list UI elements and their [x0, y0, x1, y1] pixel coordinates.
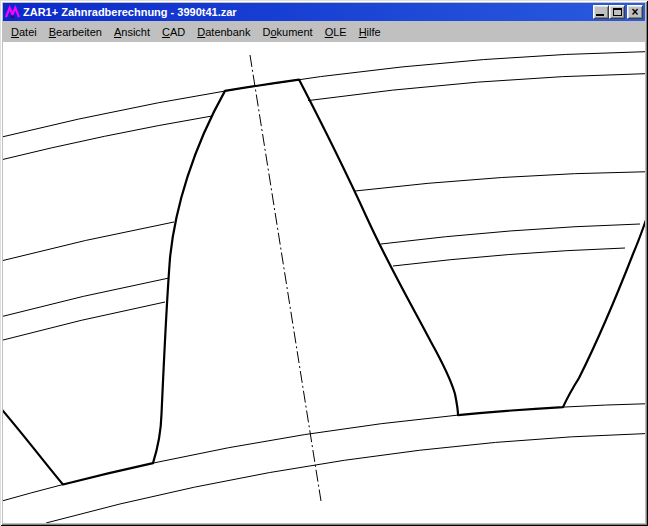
- gear-drawing: [3, 42, 645, 523]
- gear-tooth-profile: [3, 80, 645, 485]
- menu-item-dokument[interactable]: Dokument: [256, 23, 318, 41]
- drawing-canvas[interactable]: [3, 42, 645, 523]
- clearance-circle-arc: [46, 434, 645, 524]
- close-icon: ×: [631, 7, 638, 17]
- minimize-button[interactable]: [593, 5, 609, 19]
- menu-bar: Datei Bearbeiten Ansicht CAD Datenbank D…: [3, 21, 645, 42]
- app-icon-accent: [11, 15, 15, 18]
- tip-circle-arc: [3, 52, 645, 138]
- pitch-circle-arc: [3, 172, 645, 262]
- tip-form-circle-arc: [3, 74, 645, 161]
- menu-item-hilfe[interactable]: Hilfe: [353, 23, 387, 41]
- menu-item-datei[interactable]: Datei: [5, 23, 43, 41]
- tooth-centerline: [250, 55, 321, 501]
- app-window: ZAR1+ Zahnradberechnung - 3990t41.zar × …: [0, 0, 648, 526]
- menu-item-bearbeiten[interactable]: Bearbeiten: [43, 23, 108, 41]
- window-title: ZAR1+ Zahnradberechnung - 3990t41.zar: [23, 4, 590, 20]
- form-circle-arc: [3, 248, 625, 341]
- maximize-button[interactable]: [609, 5, 625, 19]
- close-button[interactable]: ×: [627, 5, 643, 19]
- menu-item-ole[interactable]: OLE: [319, 23, 353, 41]
- menu-item-cad[interactable]: CAD: [156, 23, 191, 41]
- root-circle-arc: [3, 404, 645, 502]
- menu-item-ansicht[interactable]: Ansicht: [108, 23, 156, 41]
- maximize-icon: [613, 8, 622, 16]
- window-controls: ×: [593, 5, 643, 19]
- app-icon[interactable]: [5, 5, 20, 20]
- title-bar[interactable]: ZAR1+ Zahnradberechnung - 3990t41.zar ×: [3, 3, 645, 21]
- menu-item-datenbank[interactable]: Datenbank: [191, 23, 256, 41]
- minimize-icon: [596, 14, 604, 16]
